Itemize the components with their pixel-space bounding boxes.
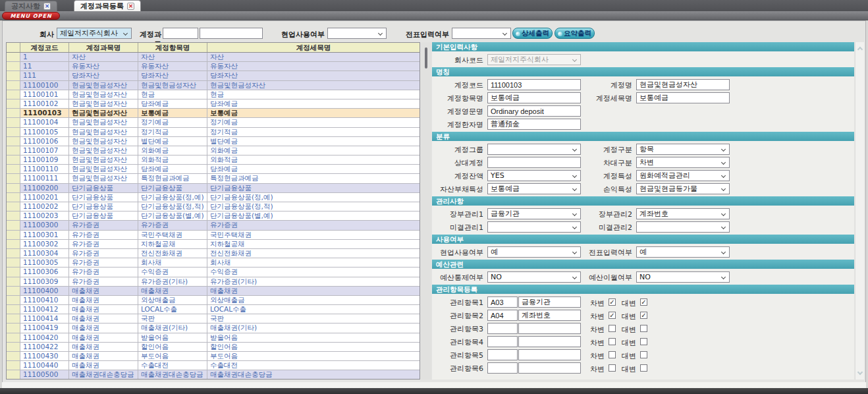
mgmt-code-input[interactable]	[487, 336, 518, 347]
company-select[interactable]: 제일저지주식회사	[57, 28, 132, 39]
tab-close-icon[interactable]: ×	[43, 3, 51, 10]
scroll-down-icon[interactable]	[857, 370, 863, 375]
table-row[interactable]: 11100301유가증권국민주택채권국민주택채권	[7, 231, 420, 240]
detail-print-button[interactable]: 상세출력	[512, 28, 553, 39]
table-row[interactable]: 11100400매출채권매출채권매출채권	[7, 287, 420, 296]
credit-checkbox[interactable]: ✓	[640, 312, 647, 319]
column-header[interactable]: 계정과목명	[69, 43, 138, 52]
mgmt-name-input[interactable]	[518, 296, 581, 308]
mgmt-code-input[interactable]	[487, 310, 518, 321]
column-header[interactable]: 계정항목명	[138, 43, 207, 52]
dropdown-field[interactable]	[487, 221, 581, 233]
scroll-up-icon[interactable]	[857, 47, 863, 52]
credit-checkbox[interactable]	[640, 351, 647, 358]
table-row[interactable]: 11100106현금및현금성자산별단예금별단예금	[7, 137, 420, 146]
table-row[interactable]: 11100304유가증권전신전화채권전신전화채권	[7, 249, 420, 258]
credit-checkbox[interactable]	[640, 325, 647, 332]
table-row[interactable]: 11100200단기금융상품단기금융상품단기금융상품	[7, 184, 420, 193]
table-row[interactable]: 11100203단기금융상품단기금융상품(별,예)단기금융상품(별,예)	[7, 211, 420, 221]
table-row[interactable]: 11100430매출채권부도어음부도어음	[7, 352, 420, 361]
table-row[interactable]: 11100102현금및현금성자산당좌예금당좌예금	[7, 99, 420, 109]
text-field[interactable]	[487, 79, 581, 90]
debit-checkbox[interactable]	[609, 364, 616, 372]
debit-checkbox[interactable]: ✓	[609, 298, 616, 306]
table-row[interactable]: 11100107현금및현금성자산외화예금외화예금	[7, 146, 420, 155]
text-field[interactable]	[487, 92, 581, 103]
text-field[interactable]	[636, 92, 730, 103]
text-field[interactable]	[487, 157, 581, 168]
mgmt-name-input[interactable]	[518, 310, 581, 321]
dropdown-field[interactable]: 제일저지주식회사	[487, 54, 581, 65]
text-field[interactable]	[487, 105, 581, 117]
table-row[interactable]: 1자산자산자산	[7, 53, 420, 62]
table-row[interactable]: 11100422매출채권할인어음할인어음	[7, 343, 420, 352]
table-row[interactable]: 11100202단기금융상품단기금융상품(정,적)단기금융상품(정,적)	[7, 202, 420, 211]
table-row[interactable]: 11100100현금및현금성자산현금및현금성자산현금및현금성자산	[7, 81, 420, 90]
dropdown-field[interactable]: 원화예적금관리	[636, 170, 730, 181]
mgmt-code-input[interactable]	[487, 362, 518, 374]
dropdown-field[interactable]: 계좌번호	[636, 208, 730, 219]
panel-scrollbar[interactable]	[855, 42, 864, 380]
account-code-input[interactable]	[163, 28, 198, 39]
grid-scrollbar-thumb[interactable]	[425, 47, 427, 69]
table-row[interactable]: 11유동자산유동자산유동자산	[7, 62, 420, 71]
table-row[interactable]: 11100300유가증권유가증권유가증권	[7, 221, 420, 230]
dropdown-field[interactable]: 현금및현금등가물	[636, 183, 730, 194]
dropdown-field[interactable]: NO	[487, 271, 581, 283]
debit-checkbox[interactable]	[609, 338, 616, 345]
table-row[interactable]: 11100306유가증권수익증권수익증권	[7, 267, 420, 277]
dropdown-field[interactable]: 차변	[636, 157, 730, 168]
credit-checkbox[interactable]	[640, 364, 647, 372]
tab-close-icon[interactable]: ×	[127, 3, 134, 10]
debit-checkbox[interactable]	[609, 325, 616, 332]
table-row[interactable]: 11100500매출채권대손충당금매출채권대손충당금매출채권대손충당금	[7, 370, 420, 380]
table-row[interactable]: 11100414매출채권국판국판	[7, 314, 420, 324]
account-name-input[interactable]	[200, 28, 263, 39]
dropdown-field[interactable]: NO	[636, 271, 730, 283]
table-row[interactable]: 11100302유가증권지하철공채지하철공채	[7, 240, 420, 249]
summary-print-button[interactable]: 요약출력	[555, 28, 595, 39]
mgmt-code-input[interactable]	[487, 349, 518, 360]
dropdown-field[interactable]	[487, 144, 581, 155]
table-row[interactable]: 11100410매출채권외상매출금외상매출금	[7, 296, 420, 305]
debit-checkbox[interactable]	[609, 351, 616, 358]
dropdown-field[interactable]: 예	[636, 246, 730, 258]
dropdown-field[interactable]: 보통예금	[487, 183, 581, 194]
column-header[interactable]: 계정세목명	[207, 43, 420, 52]
table-row[interactable]: 11100201단기금융상품단기금융상품(정,예)단기금융상품(정,예)	[7, 193, 420, 202]
mgmt-code-input[interactable]	[487, 323, 518, 334]
table-row[interactable]: 11100109현금및현금성자산외화적금외화적금	[7, 155, 420, 165]
menu-open-button[interactable]: MENU OPEN	[2, 12, 60, 20]
dropdown-field[interactable]: 예	[487, 246, 581, 258]
text-field[interactable]	[487, 119, 581, 130]
dropdown-field[interactable]	[636, 221, 730, 233]
tab-account-registration[interactable]: 계정과목등록 ×	[74, 0, 141, 11]
mgmt-name-input[interactable]	[518, 349, 581, 360]
credit-checkbox[interactable]: ✓	[640, 298, 647, 306]
debit-checkbox[interactable]: ✓	[609, 312, 616, 319]
mgmt-code-input[interactable]	[487, 296, 518, 308]
table-row[interactable]: 11100105현금및현금성자산정기적금정기적금	[7, 128, 420, 137]
column-header[interactable]: 계정코드	[20, 43, 69, 52]
table-row[interactable]: 11100101현금및현금성자산현금현금	[7, 90, 420, 99]
tab-notice[interactable]: 공지사항 ×	[5, 1, 57, 11]
credit-checkbox[interactable]	[640, 338, 647, 345]
text-field[interactable]	[636, 79, 730, 90]
biz-use-select[interactable]	[327, 28, 387, 39]
table-row[interactable]: 11100103현금및현금성자산보통예금보통예금	[7, 109, 420, 118]
mgmt-name-input[interactable]	[518, 362, 581, 374]
grid-scrollbar[interactable]	[421, 42, 431, 380]
table-row[interactable]: 11100419매출채권매출채권(기타)매출채권(기타)	[7, 324, 420, 333]
table-row[interactable]: 11100309유가증권유가증권(기타)유가증권(기타)	[7, 277, 420, 287]
table-row[interactable]: 11100412매출채권LOCAL수출LOCAL수출	[7, 305, 420, 314]
voucher-entry-select[interactable]	[452, 28, 511, 39]
table-row[interactable]: 11100111현금및현금성자산특정현금과예금특정현금과예금	[7, 174, 420, 183]
mgmt-name-input[interactable]	[518, 323, 581, 334]
dropdown-field[interactable]: YES	[487, 170, 581, 181]
table-row[interactable]: 111당좌자산당좌자산당좌자산	[7, 71, 420, 80]
table-row[interactable]: 11100305유가증권회사채회사채	[7, 258, 420, 267]
mgmt-name-input[interactable]	[518, 336, 581, 347]
table-row[interactable]: 11100440매출채권수출대전수출대전	[7, 361, 420, 370]
table-row[interactable]: 11100104현금및현금성자산정기예금정기예금	[7, 118, 420, 127]
dropdown-field[interactable]: 항목	[636, 144, 730, 155]
